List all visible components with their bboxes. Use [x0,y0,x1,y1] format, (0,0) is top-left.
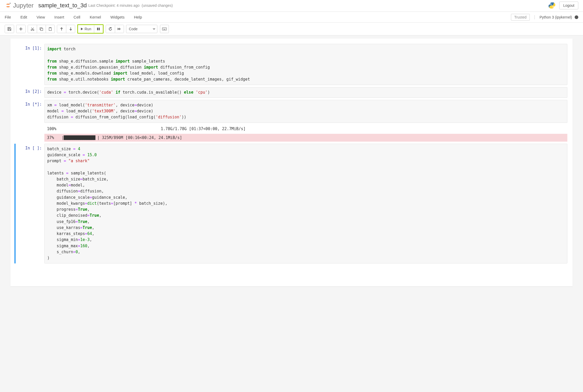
cell-prompt: In [2]: [16,87,44,98]
menu-cell[interactable]: Cell [74,15,80,19]
svg-point-14 [164,28,164,29]
arrow-down-icon [69,27,72,31]
code-input[interactable]: device = torch.device('cuda' if torch.cu… [44,87,567,98]
arrow-up-icon [60,27,63,31]
svg-point-15 [164,28,165,29]
code-cell[interactable]: In [2]:device = torch.device('cuda' if t… [16,87,567,98]
restart-button[interactable] [106,25,115,33]
kernel-busy-icon [575,15,578,19]
progress-downloading: 37%|███████████████ | 325M/890M [00:16<0… [44,134,567,142]
cell-prompt: In [1]: [16,44,44,85]
jupyter-brand-text: Jupyter [13,2,34,9]
code-input[interactable]: batch_size = 4 guidance_scale = 15.0 pro… [44,144,567,264]
plus-icon [19,27,23,31]
menu-help[interactable]: Help [134,15,142,19]
svg-rect-10 [99,28,100,30]
progress-text: 1.78G/1.78G [01:37<00:00, 22.7MiB/s] [161,126,246,131]
save-button[interactable] [5,25,14,33]
notebook-container: In [1]:import torch from shap_e.diffusio… [10,39,573,286]
restart-icon [108,27,112,31]
checkpoint-text: Last Checkpoint: 4 minutes ago [88,3,140,8]
fast-forward-icon [117,27,121,31]
stop-icon [97,27,100,31]
run-button[interactable]: Run [78,25,94,33]
svg-rect-8 [50,27,51,28]
copy-icon [39,27,43,31]
menu-file[interactable]: File [5,15,11,19]
menu-kernel[interactable]: Kernel [90,15,101,19]
command-palette-button[interactable] [160,25,169,33]
cut-button[interactable] [28,25,37,33]
tool-bar: Run Code [0,23,583,35]
svg-rect-9 [97,28,98,30]
clipboard-icon [48,27,52,31]
menu-edit[interactable]: Edit [20,15,27,19]
menu-widgets[interactable]: Widgets [110,15,124,19]
add-cell-button[interactable] [16,25,25,33]
paste-button[interactable] [46,25,55,33]
keyboard-icon [162,27,167,31]
interrupt-button[interactable] [94,25,103,33]
copy-button[interactable] [37,25,46,33]
code-cell[interactable]: In [ ]:batch_size = 4 guidance_scale = 1… [14,144,567,264]
play-icon [81,27,83,31]
progress-pct: 37% [47,135,59,140]
svg-point-13 [163,28,163,29]
svg-rect-6 [41,28,43,30]
cell-prompt: In [ ]: [16,144,44,264]
restart-run-all-button[interactable] [115,25,124,33]
progress-pct: 100% [47,126,59,131]
save-icon [7,27,11,31]
trusted-badge[interactable]: Trusted [511,14,530,21]
code-cell[interactable]: In [1]:import torch from shap_e.diffusio… [16,44,567,85]
notebook-scroll-area[interactable]: In [1]:import torch from shap_e.diffusio… [0,35,583,392]
svg-point-16 [165,28,166,29]
menu-insert[interactable]: Insert [54,15,64,19]
menu-view[interactable]: View [37,15,45,19]
code-input[interactable]: import torch from shap_e.diffusion.sampl… [44,44,567,85]
scissors-icon [31,27,34,31]
code-input[interactable]: xm = load_model('transmitter', device=de… [44,100,567,123]
progress-ascii-bar: |███████████████ | [62,135,99,140]
python-icon [548,2,556,9]
svg-point-1 [551,3,551,4]
svg-rect-12 [163,29,165,30]
progress-bar [62,125,158,132]
menu-bar: FileEditViewInsertCellKernelWidgetsHelp … [0,12,583,23]
unsaved-text: (unsaved changes) [142,3,173,8]
kernel-name: Python 3 (ipykernel) [539,15,572,19]
progress-complete: 100%1.78G/1.78G [01:37<00:00, 22.7MiB/s] [44,124,567,134]
progress-text: 325M/890M [00:16<00:24, 24.1MiB/s] [102,135,182,140]
notebook-title[interactable]: sample_text_to_3d [38,2,87,9]
svg-rect-11 [162,28,166,30]
cell-output: 100%1.78G/1.78G [01:37<00:00, 22.7MiB/s]… [44,124,567,142]
move-down-button[interactable] [66,25,75,33]
logout-button[interactable]: Logout [559,2,578,9]
kernel-indicator[interactable]: Python 3 (ipykernel) [534,15,578,19]
cell-type-select[interactable]: Code [126,25,157,33]
move-up-button[interactable] [57,25,66,33]
code-cell[interactable]: In [*]:xm = load_model('transmitter', de… [16,100,567,142]
svg-point-2 [553,7,553,8]
jupyter-icon [5,2,11,9]
jupyter-logo[interactable]: Jupyter [5,2,34,9]
cell-prompt: In [*]: [16,100,44,142]
svg-point-0 [10,3,11,4]
header-bar: Jupyter sample_text_to_3d Last Checkpoin… [0,0,583,12]
